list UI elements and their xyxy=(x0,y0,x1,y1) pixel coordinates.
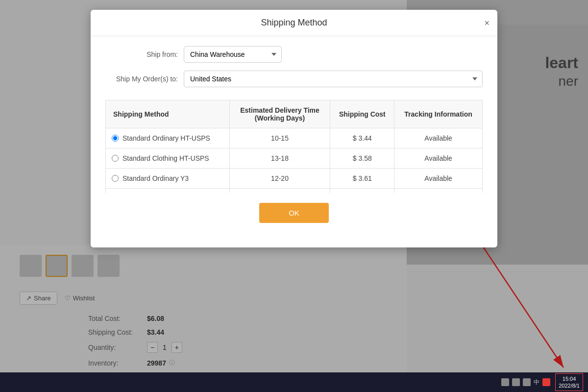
ship-to-label: Ship My Order(s) to: xyxy=(105,75,184,83)
shipping-method-cell: Standard Ordinary YF xyxy=(106,189,230,194)
col-header-cost: Shipping Cost xyxy=(330,100,394,128)
taskbar-icon-3 xyxy=(523,378,531,386)
shipping-method-cell: Standard Ordinary HT-USPS xyxy=(106,128,230,148)
ship-from-row: Ship from: China Warehouse xyxy=(105,46,483,63)
modal-close-button[interactable]: × xyxy=(484,19,490,27)
taskbar-icon-1 xyxy=(501,378,509,386)
table-row[interactable]: Standard Ordinary HT-USPS10-15$ 3.44Avai… xyxy=(106,128,483,148)
shipping-method-radio[interactable] xyxy=(112,135,119,142)
taskbar-icon-2 xyxy=(512,378,520,386)
shipping-method-cell: Standard Ordinary Y3 xyxy=(106,169,230,189)
shipping-method-radio[interactable] xyxy=(112,175,119,182)
shipping-cost-cell: $ 3.63 xyxy=(330,189,394,194)
shipping-method-name: Standard Clothing HT-USPS xyxy=(122,154,209,162)
shipping-methods-table-container[interactable]: Shipping Method Estimated Delivery Time(… xyxy=(105,95,483,193)
ship-from-select[interactable]: China Warehouse xyxy=(184,46,282,63)
shipping-cost-cell: $ 3.61 xyxy=(330,169,394,189)
taskbar: 中 15:04 2022/8/1 xyxy=(0,372,588,392)
shipping-method-cell: Standard Clothing HT-USPS xyxy=(106,148,230,169)
table-row[interactable]: Standard Ordinary Y312-20$ 3.61Available xyxy=(106,169,483,189)
shipping-method-name: Standard Ordinary Y3 xyxy=(122,174,189,182)
delivery-days-cell: 10-15 xyxy=(229,128,330,148)
clock-time: 15:04 xyxy=(559,375,580,382)
table-row[interactable]: Standard Clothing HT-USPS13-18$ 3.58Avai… xyxy=(106,148,483,169)
clock-date: 2022/8/1 xyxy=(559,382,580,389)
taskbar-lang-icon: 中 xyxy=(534,378,539,387)
table-row[interactable]: Standard Ordinary YF8-13$ 3.63Available xyxy=(106,189,483,194)
taskbar-clock: 15:04 2022/8/1 xyxy=(555,373,583,392)
delivery-days-cell: 8-13 xyxy=(229,189,330,194)
delivery-days-cell: 12-20 xyxy=(229,169,330,189)
modal-header: Shipping Method × xyxy=(91,10,497,36)
col-header-tracking: Tracking Information xyxy=(394,100,483,128)
tracking-info-cell: Available xyxy=(394,148,483,169)
shipping-method-name: Standard Ordinary HT-USPS xyxy=(122,134,210,142)
ship-to-select[interactable]: United States xyxy=(184,71,483,87)
ship-to-row: Ship My Order(s) to: United States xyxy=(105,71,483,87)
ship-from-label: Ship from: xyxy=(105,50,184,58)
taskbar-app-icon xyxy=(542,378,550,386)
col-header-method: Shipping Method xyxy=(106,100,230,128)
table-header-row: Shipping Method Estimated Delivery Time(… xyxy=(106,100,483,128)
shipping-method-modal: Shipping Method × Ship from: China Wareh… xyxy=(91,10,497,247)
delivery-days-cell: 13-18 xyxy=(229,148,330,169)
ok-button[interactable]: OK xyxy=(259,203,329,223)
modal-body: Ship from: China Warehouse Ship My Order… xyxy=(91,36,497,233)
taskbar-icons: 中 xyxy=(501,378,550,387)
tracking-info-cell: Available xyxy=(394,128,483,148)
shipping-method-radio[interactable] xyxy=(112,155,119,162)
shipping-cost-cell: $ 3.44 xyxy=(330,128,394,148)
col-header-delivery: Estimated Delivery Time(Working Days) xyxy=(229,100,330,128)
modal-title: Shipping Method xyxy=(261,18,327,28)
tracking-info-cell: Available xyxy=(394,169,483,189)
tracking-info-cell: Available xyxy=(394,189,483,194)
shipping-cost-cell: $ 3.58 xyxy=(330,148,394,169)
shipping-methods-table: Shipping Method Estimated Delivery Time(… xyxy=(105,100,483,193)
